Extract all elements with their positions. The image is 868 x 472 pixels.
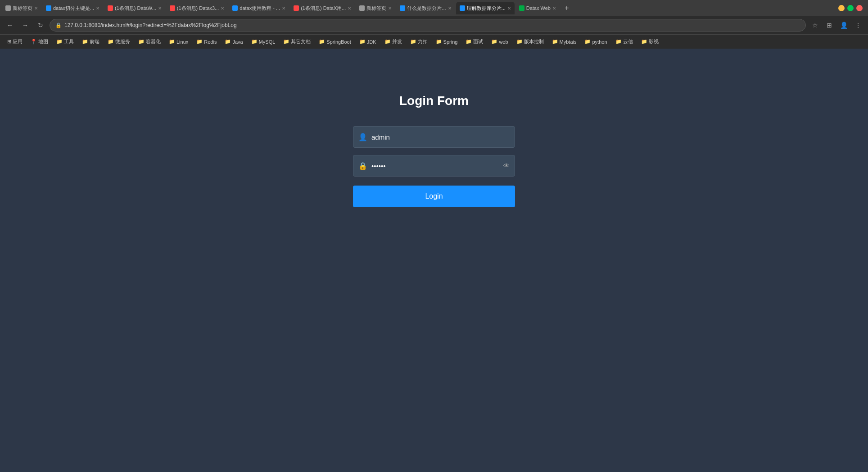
tab-5-close[interactable]: ✕ (282, 6, 285, 11)
bookmark-tools-label: 工具 (64, 38, 74, 45)
bookmark-concurrency[interactable]: 📁 并发 (381, 37, 406, 46)
bookmark-version-control-label: 版本控制 (524, 38, 544, 45)
bookmark-springboot[interactable]: 📁 SpringBoot (315, 37, 354, 46)
login-form: 👤 🔒 👁 Login (353, 126, 515, 207)
forward-button[interactable]: → (19, 19, 32, 32)
tab-9[interactable]: 理解数据库分片... ✕ (456, 2, 515, 14)
bookmark-map[interactable]: 📍 地图 (27, 37, 52, 46)
bookmark-web[interactable]: 📁 web (488, 37, 511, 46)
tab-10-label: Datax Web (526, 5, 551, 11)
refresh-button[interactable]: ↻ (34, 19, 47, 32)
bookmark-yunxin[interactable]: 📁 云信 (612, 37, 637, 46)
tab-1-label: 新标签页 (13, 5, 32, 12)
tab-6-label: (1条消息) DataX用... (301, 5, 346, 12)
tab-3-label: (1条消息) DataW... (115, 5, 156, 12)
tab-6-close[interactable]: ✕ (348, 6, 351, 11)
tab-2[interactable]: datax切分主键是... ✕ (42, 2, 103, 14)
bookmark-container[interactable]: 📁 容器化 (135, 37, 164, 46)
tab-5[interactable]: datax使用教程 - ... ✕ (229, 2, 289, 14)
back-button[interactable]: ← (4, 19, 16, 32)
bookmark-spring[interactable]: 📁 Spring (432, 37, 461, 46)
username-wrapper: 👤 (353, 126, 515, 148)
bookmark-python-label: python (592, 39, 607, 45)
tab-10-close[interactable]: ✕ (552, 6, 556, 11)
browser-chrome: 新标签页 ✕ datax切分主键是... ✕ (1条消息) DataW... ✕… (0, 0, 868, 49)
maximize-button[interactable] (847, 5, 854, 11)
bookmark-media-label: 影视 (649, 38, 659, 45)
bookmarks-bar: ⊞ 应用 📍 地图 📁 工具 📁 前端 📁 微服务 📁 容器化 📁 Linux (0, 34, 868, 49)
address-bar-row: ← → ↻ 🔒 127.0.0.1:8080/index.html#/login… (0, 16, 868, 34)
bookmark-mysql-label: MySQL (259, 39, 276, 45)
tab-bar: 新标签页 ✕ datax切分主键是... ✕ (1条消息) DataW... ✕… (0, 0, 868, 16)
tab-2-close[interactable]: ✕ (96, 6, 99, 11)
bookmark-redis[interactable]: 📁 Redis (193, 37, 220, 46)
lock-icon: 🔒 (55, 23, 62, 28)
bookmark-frontend-label: 前端 (90, 38, 99, 45)
username-input[interactable] (353, 126, 515, 148)
bookmark-linux[interactable]: 📁 Linux (165, 37, 192, 46)
tab-8-close[interactable]: ✕ (448, 6, 452, 11)
apps-icon: ⊞ (7, 39, 11, 45)
password-toggle-icon[interactable]: 👁 (503, 162, 510, 169)
tab-6[interactable]: (1条消息) DataX用... ✕ (290, 2, 355, 14)
map-icon: 📍 (31, 39, 37, 45)
bookmark-frontend[interactable]: 📁 前端 (78, 37, 103, 46)
mybtais-folder-icon: 📁 (552, 39, 558, 45)
tab-8[interactable]: 什么是数据分片... ✕ (396, 2, 455, 14)
tab-3-close[interactable]: ✕ (158, 6, 162, 11)
bookmark-microservice-label: 微服务 (115, 38, 130, 45)
bookmark-python[interactable]: 📁 python (581, 37, 610, 46)
tab-4-close[interactable]: ✕ (221, 6, 224, 11)
redis-folder-icon: 📁 (196, 39, 203, 45)
profile-icon[interactable]: 👤 (837, 19, 850, 32)
bookmark-map-label: 地图 (38, 38, 48, 45)
bookmark-mybtais[interactable]: 📁 Mybtais (548, 37, 580, 46)
password-input[interactable] (353, 155, 515, 177)
bookmark-tools[interactable]: 📁 工具 (53, 37, 77, 46)
tools-folder-icon: 📁 (56, 39, 63, 45)
bookmark-mysql[interactable]: 📁 MySQL (248, 37, 279, 46)
bookmark-concurrency-label: 并发 (392, 38, 402, 45)
bookmark-version-control[interactable]: 📁 版本控制 (513, 37, 547, 46)
tab-10[interactable]: Datax Web ✕ (515, 2, 560, 14)
bookmark-media[interactable]: 📁 影视 (637, 37, 662, 46)
login-button[interactable]: Login (353, 186, 515, 207)
bookmark-interview[interactable]: 📁 面试 (462, 37, 487, 46)
bookmark-other-docs[interactable]: 📁 其它文档 (280, 37, 314, 46)
bookmark-java-label: Java (232, 39, 243, 45)
tab-9-close[interactable]: ✕ (507, 6, 511, 11)
bookmark-microservice[interactable]: 📁 微服务 (104, 37, 134, 46)
bookmark-jdk[interactable]: 📁 JDK (356, 37, 380, 46)
tab-7-close[interactable]: ✕ (388, 6, 392, 11)
address-text: 127.0.0.1:8080/index.html#/login?redirec… (64, 22, 237, 28)
extensions-icon[interactable]: ⊞ (823, 19, 836, 32)
bookmark-leetcode-label: 力扣 (418, 38, 428, 45)
tab-1[interactable]: 新标签页 ✕ (2, 2, 41, 14)
address-bar[interactable]: 🔒 127.0.0.1:8080/index.html#/login?redir… (50, 19, 806, 32)
bookmark-other-docs-label: 其它文档 (291, 38, 311, 45)
bookmark-java[interactable]: 📁 Java (221, 37, 246, 46)
java-folder-icon: 📁 (225, 39, 231, 45)
tab-4[interactable]: (1条消息) Datax3... ✕ (166, 2, 228, 14)
close-button[interactable] (856, 5, 863, 11)
web-folder-icon: 📁 (491, 39, 497, 45)
bookmark-linux-label: Linux (176, 39, 188, 45)
bookmark-leetcode[interactable]: 📁 力扣 (407, 37, 431, 46)
bookmark-apps-label: 应用 (13, 38, 23, 45)
interview-folder-icon: 📁 (466, 39, 472, 45)
spring-folder-icon: 📁 (436, 39, 442, 45)
tab-8-label: 什么是数据分片... (407, 5, 446, 12)
tab-7[interactable]: 新标签页 ✕ (356, 2, 395, 14)
menu-icon[interactable]: ⋮ (852, 19, 864, 32)
tab-1-close[interactable]: ✕ (34, 6, 38, 11)
yunxin-folder-icon: 📁 (615, 39, 622, 45)
password-wrapper: 🔒 👁 (353, 155, 515, 177)
minimize-button[interactable] (838, 5, 845, 11)
bookmark-apps[interactable]: ⊞ 应用 (4, 37, 26, 46)
tab-4-label: (1条消息) Datax3... (177, 5, 219, 12)
bookmark-springboot-label: SpringBoot (326, 39, 351, 45)
tab-7-label: 新标签页 (366, 5, 386, 12)
star-icon[interactable]: ☆ (809, 19, 821, 32)
new-tab-button[interactable]: + (561, 2, 573, 14)
tab-3[interactable]: (1条消息) DataW... ✕ (104, 2, 165, 14)
